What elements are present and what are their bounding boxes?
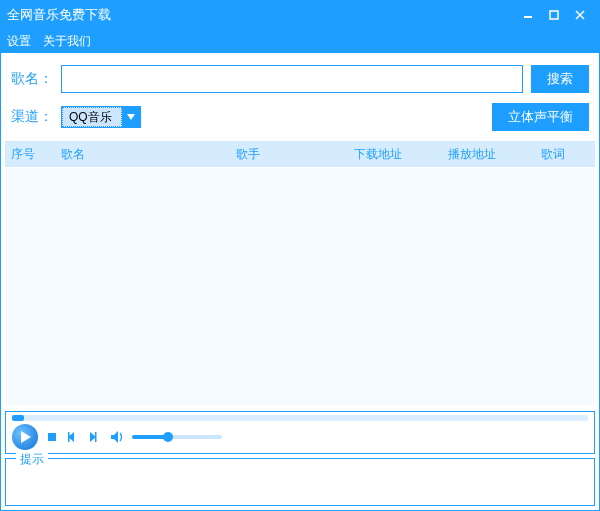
- volume-slider[interactable]: [132, 435, 222, 439]
- table-header: 序号 歌名 歌手 下载地址 播放地址 歌词: [5, 142, 595, 168]
- col-lyric[interactable]: 歌词: [535, 146, 595, 163]
- title-bar: 全网音乐免费下载: [1, 1, 599, 29]
- menu-about[interactable]: 关于我们: [43, 33, 91, 50]
- search-row: 歌名： 搜索: [1, 53, 599, 99]
- search-button[interactable]: 搜索: [531, 65, 589, 93]
- tip-panel: 提示: [5, 458, 595, 506]
- svg-marker-11: [111, 431, 118, 443]
- col-play[interactable]: 播放地址: [442, 146, 536, 163]
- svg-marker-5: [21, 431, 31, 443]
- col-name[interactable]: 歌名: [55, 146, 230, 163]
- results-table: 序号 歌名 歌手 下载地址 播放地址 歌词: [5, 141, 595, 405]
- prev-button[interactable]: [66, 429, 82, 445]
- song-input[interactable]: [61, 65, 523, 93]
- close-button[interactable]: [567, 4, 593, 26]
- stop-button[interactable]: [44, 429, 60, 445]
- svg-rect-1: [550, 11, 558, 19]
- maximize-button[interactable]: [541, 4, 567, 26]
- next-button[interactable]: [88, 429, 104, 445]
- channel-label: 渠道：: [11, 108, 53, 126]
- channel-row: 渠道： QQ音乐 立体声平衡: [1, 99, 599, 141]
- song-label: 歌名：: [11, 70, 53, 88]
- menu-bar: 设置 关于我们: [1, 29, 599, 53]
- col-singer[interactable]: 歌手: [230, 146, 348, 163]
- svg-rect-6: [48, 433, 56, 441]
- player-controls: [12, 424, 588, 450]
- table-body: [5, 168, 595, 405]
- channel-value: QQ音乐: [62, 107, 122, 127]
- progress-slider[interactable]: [12, 415, 588, 421]
- col-index[interactable]: 序号: [5, 146, 55, 163]
- svg-rect-8: [68, 432, 70, 442]
- window-title: 全网音乐免费下载: [7, 6, 515, 24]
- app-window: 全网音乐免费下载 设置 关于我们 歌名： 搜索 渠道： QQ音乐 立体声平衡: [0, 0, 600, 511]
- volume-icon[interactable]: [110, 429, 126, 445]
- stereo-balance-button[interactable]: 立体声平衡: [492, 103, 589, 131]
- menu-settings[interactable]: 设置: [7, 33, 31, 50]
- svg-marker-4: [127, 114, 135, 120]
- chevron-down-icon[interactable]: [122, 107, 140, 127]
- play-button[interactable]: [12, 424, 38, 450]
- channel-combo[interactable]: QQ音乐: [61, 106, 141, 128]
- svg-rect-10: [95, 432, 97, 442]
- tip-label: 提示: [16, 451, 48, 468]
- col-download[interactable]: 下载地址: [348, 146, 442, 163]
- minimize-button[interactable]: [515, 4, 541, 26]
- player-panel: [5, 411, 595, 454]
